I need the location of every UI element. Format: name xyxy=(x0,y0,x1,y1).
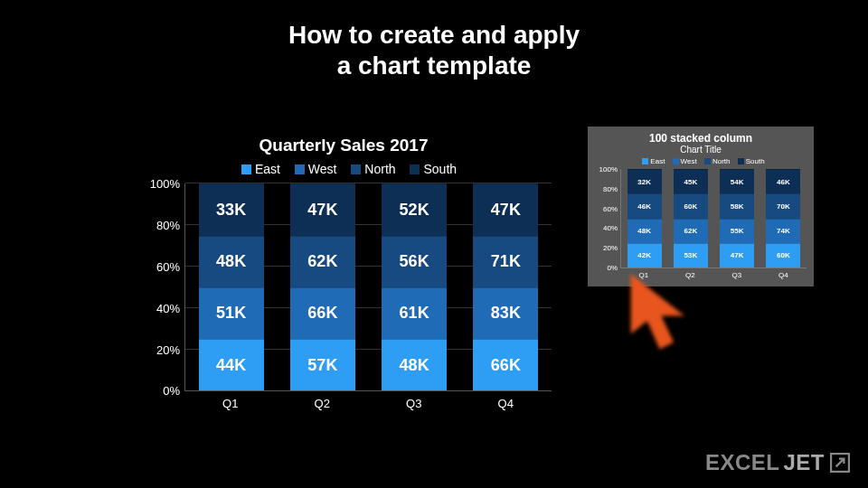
bar-segment: 48K xyxy=(627,219,662,243)
thumb-legend-south: South xyxy=(746,157,765,165)
thumb-y-tick: 0% xyxy=(596,264,618,272)
bar-column: 44K51K48K33K xyxy=(199,183,264,390)
bar-column: 66K83K71K47K xyxy=(473,183,538,390)
y-tick: 60% xyxy=(140,259,180,273)
bar-column: 53K62K60K45K xyxy=(674,169,708,267)
x-tick: Q3 xyxy=(382,397,447,410)
legend-swatch-south xyxy=(410,164,420,174)
thumb-y-tick: 80% xyxy=(596,184,618,192)
brand-logo: EXCELJET xyxy=(705,450,850,475)
thumb-legend-east: East xyxy=(650,157,665,165)
bar-segment: 52K xyxy=(382,183,447,235)
bar-segment: 62K xyxy=(674,219,708,243)
thumb-x-tick: Q3 xyxy=(720,271,754,279)
bar-segment: 61K xyxy=(382,287,447,339)
thumb-y-tick: 20% xyxy=(596,244,618,252)
thumb-swatch-west xyxy=(673,158,679,164)
bar-column: 57K66K62K47K xyxy=(290,183,355,390)
x-tick: Q2 xyxy=(289,397,354,410)
thumb-y-tick: 100% xyxy=(596,165,618,174)
bar-segment: 42K xyxy=(627,243,662,267)
thumb-y-tick: 60% xyxy=(596,204,618,212)
y-tick: 80% xyxy=(140,219,180,232)
bar-segment: 32K xyxy=(627,169,662,193)
bar-column: 60K74K70K46K xyxy=(766,169,800,267)
bar-column: 48K61K56K52K xyxy=(382,183,447,390)
thumb-x-tick: Q4 xyxy=(766,271,800,279)
cursor-icon xyxy=(628,271,692,352)
bar-segment: 47K xyxy=(473,183,538,235)
bar-column: 42K48K46K32K xyxy=(627,169,662,267)
bar-column: 47K55K58K54K xyxy=(720,169,754,267)
thumb-chart-title: Chart Title xyxy=(595,145,807,155)
legend-swatch-east xyxy=(241,164,251,174)
thumb-legend-west: West xyxy=(681,157,697,165)
bar-segment: 51K xyxy=(199,287,264,339)
bar-segment: 48K xyxy=(199,236,264,287)
bar-segment: 66K xyxy=(473,339,538,390)
legend-swatch-west xyxy=(295,164,305,174)
heading-line-2: a chart template xyxy=(0,51,868,81)
legend-swatch-north xyxy=(351,164,361,174)
chart-title: Quarterly Sales 2017 xyxy=(136,136,552,155)
bar-segment: 57K xyxy=(290,339,355,390)
brand-arrow-icon xyxy=(830,453,850,473)
thumb-plot-area: 0% 20% 40% 60% 80% 100% 42K48K46K32K53K6… xyxy=(620,169,807,268)
bar-segment: 44K xyxy=(199,339,264,390)
chart-legend: East West North South xyxy=(136,161,552,176)
heading-line-1: How to create and apply xyxy=(0,20,868,51)
thumb-swatch-east xyxy=(642,158,648,164)
thumb-swatch-south xyxy=(738,158,744,164)
bar-segment: 71K xyxy=(473,236,538,287)
x-axis-labels: Q1 Q2 Q3 Q4 xyxy=(184,391,552,410)
bar-segment: 54K xyxy=(720,169,754,193)
bar-segment: 33K xyxy=(199,183,264,235)
brand-text-2: JET xyxy=(783,450,825,475)
bar-segment: 60K xyxy=(766,243,800,267)
chart-template-thumbnail[interactable]: 100 stacked column Chart Title East West… xyxy=(588,127,814,286)
bar-segment: 58K xyxy=(720,193,754,218)
bar-segment: 48K xyxy=(382,339,447,390)
thumb-y-tick: 40% xyxy=(596,224,618,232)
thumb-template-name: 100 stacked column xyxy=(595,132,807,145)
legend-label-north: North xyxy=(364,162,395,176)
bar-segment: 46K xyxy=(766,169,800,193)
chart-plot-area: 0% 20% 40% 60% 80% 100% 44K51K48K33K57K6… xyxy=(184,183,552,391)
y-tick: 100% xyxy=(140,177,180,191)
brand-text-1: EXCEL xyxy=(705,450,780,475)
bar-segment: 45K xyxy=(674,169,708,193)
main-chart: Quarterly Sales 2017 East West North Sou… xyxy=(136,136,552,425)
bar-segment: 62K xyxy=(290,236,355,287)
y-tick: 0% xyxy=(140,384,180,398)
x-tick: Q1 xyxy=(198,397,263,410)
thumb-legend-north: North xyxy=(712,157,731,165)
y-tick: 40% xyxy=(140,301,180,314)
thumb-legend: East West North South xyxy=(595,157,807,165)
bar-segment: 55K xyxy=(720,219,754,243)
page-heading: How to create and apply a chart template xyxy=(0,20,868,80)
bar-segment: 60K xyxy=(674,193,708,218)
bar-segment: 47K xyxy=(720,243,754,267)
y-tick: 20% xyxy=(140,343,180,356)
x-tick: Q4 xyxy=(473,397,538,410)
bar-segment: 56K xyxy=(382,236,447,287)
legend-label-south: South xyxy=(423,162,457,176)
bar-segment: 46K xyxy=(627,193,662,218)
bar-segment: 83K xyxy=(473,287,538,339)
bar-segment: 47K xyxy=(290,183,355,235)
bar-segment: 66K xyxy=(290,287,355,339)
bar-segment: 70K xyxy=(766,193,800,218)
thumb-swatch-north xyxy=(704,158,711,164)
bar-segment: 53K xyxy=(674,243,708,267)
bar-segment: 74K xyxy=(766,219,800,243)
legend-label-west: West xyxy=(308,162,337,176)
legend-label-east: East xyxy=(255,162,280,176)
